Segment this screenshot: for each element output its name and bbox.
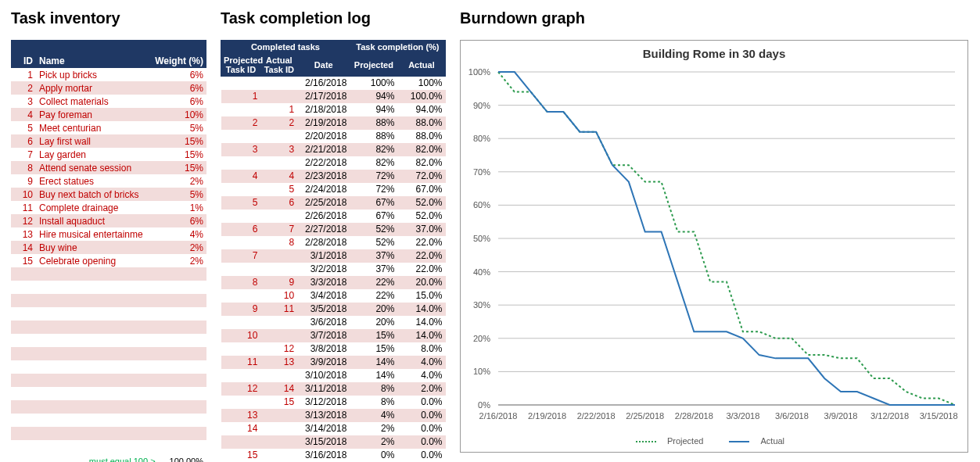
log-head-group-pct: Task completion (%) [350, 41, 445, 54]
log-cell-date: 3/7/2018 [297, 329, 350, 342]
log-cell-pid [221, 183, 261, 196]
inv-cell-weight: 15% [152, 161, 206, 174]
log-cell-aid: 15 [260, 396, 297, 409]
log-cell-projpct: 52% [350, 223, 397, 236]
inv-row: 1Pick up bricks6% [11, 68, 206, 81]
y-tick-label: 70% [473, 167, 490, 177]
inv-row: 8Attend senate session15% [11, 161, 206, 174]
log-cell-date: 3/9/2018 [297, 356, 350, 369]
log-cell-projpct: 20% [350, 316, 397, 329]
inv-cell-name: Pay foreman [36, 108, 152, 121]
x-tick-label: 3/15/2018 [920, 411, 958, 421]
log-cell-projpct: 8% [350, 382, 397, 396]
inv-cell-weight: 2% [152, 174, 206, 188]
inv-cell-name: Install aquaduct [36, 214, 152, 227]
log-cell-aid [260, 435, 297, 449]
log-cell-date: 2/24/2018 [297, 183, 350, 196]
inv-cell-weight: 6% [152, 95, 206, 108]
log-cell-projpct: 52% [350, 236, 397, 249]
inv-cell-weight: 5% [152, 188, 206, 201]
log-cell-date: 2/17/2018 [297, 90, 350, 103]
inv-row: 10Buy next batch of bricks5% [11, 188, 206, 201]
x-tick-label: 3/9/2018 [824, 411, 858, 421]
inv-cell-name: Celebrate opening [36, 254, 152, 267]
log-row: 12143/11/20188%2.0% [221, 382, 446, 396]
log-cell-aid: 7 [260, 223, 297, 236]
log-cell-aid [260, 156, 297, 170]
log-cell-projpct: 37% [350, 263, 397, 276]
y-tick-label: 0% [478, 400, 490, 410]
inv-cell-weight: 4% [152, 227, 206, 241]
inv-cell-name: Complete drainage [36, 201, 152, 214]
log-cell-aid [260, 422, 297, 435]
inv-cell-name: Pick up bricks [36, 68, 152, 81]
log-cell-aid: 11 [260, 303, 297, 316]
log-cell-actpct: 100.0% [397, 90, 445, 103]
log-head-group-tasks: Completed tasks [221, 41, 350, 54]
log-cell-projpct: 100% [350, 77, 397, 90]
log-cell-aid: 4 [260, 170, 297, 183]
log-cell-pid [221, 435, 261, 449]
inv-cell-name: Meet centurian [36, 121, 152, 134]
task-log-title: Task completion log [221, 9, 446, 27]
log-cell-projpct: 88% [350, 130, 397, 143]
inv-row-blank [11, 374, 206, 387]
inv-cell-id: 11 [11, 201, 36, 214]
log-row: 332/21/201882%82.0% [221, 143, 446, 156]
inv-row: 9Erect statues2% [11, 174, 206, 188]
log-head-date: Date [297, 54, 350, 77]
inv-cell-id: 1 [11, 68, 36, 81]
inv-cell-id: 6 [11, 134, 36, 148]
burndown-title-h: Burndown graph [460, 9, 969, 27]
log-cell-pid: 6 [221, 223, 261, 236]
log-cell-date: 2/16/2018 [297, 77, 350, 90]
task-log-section: Task completion log Completed tasks Task… [221, 9, 446, 462]
inv-cell-id: 7 [11, 148, 36, 161]
y-tick-label: 60% [473, 200, 490, 210]
legend-label-actual: Actual [760, 436, 784, 446]
inv-cell-id: 2 [11, 81, 36, 95]
log-cell-aid [260, 90, 297, 103]
log-cell-pid: 10 [221, 329, 261, 342]
inv-row: 7Lay garden15% [11, 148, 206, 161]
log-cell-date: 3/8/2018 [297, 342, 350, 356]
log-cell-actpct: 88.0% [397, 116, 445, 130]
log-cell-projpct: 20% [350, 303, 397, 316]
inv-cell-id: 12 [11, 214, 36, 227]
log-cell-projpct: 2% [350, 422, 397, 435]
log-row: 123/8/201815%8.0% [221, 342, 446, 356]
x-tick-label: 2/19/2018 [528, 411, 566, 421]
log-cell-date: 2/26/2018 [297, 210, 350, 223]
log-row: 52/24/201872%67.0% [221, 183, 446, 196]
log-cell-pid [221, 156, 261, 170]
log-row: 143/14/20182%0.0% [221, 422, 446, 435]
log-cell-date: 3/15/2018 [297, 435, 350, 449]
inv-footer: must equal 100 > 100.00% [11, 453, 206, 462]
log-row: 82/28/201852%22.0% [221, 236, 446, 249]
log-cell-pid: 7 [221, 249, 261, 263]
log-cell-actpct: 4.0% [397, 356, 445, 369]
inv-row-blank [11, 347, 206, 360]
x-tick-label: 2/22/2018 [577, 411, 616, 421]
log-cell-projpct: 8% [350, 396, 397, 409]
log-row: 153/12/20188%0.0% [221, 396, 446, 409]
log-cell-pid [221, 289, 261, 303]
log-row: 3/15/20182%0.0% [221, 435, 446, 449]
log-cell-pid: 3 [221, 143, 261, 156]
log-cell-aid [260, 263, 297, 276]
log-cell-aid [260, 369, 297, 382]
log-cell-date: 3/6/2018 [297, 316, 350, 329]
inv-row-blank [11, 321, 206, 334]
log-cell-aid: 1 [260, 103, 297, 116]
log-cell-date: 3/14/2018 [297, 422, 350, 435]
inv-row-blank [11, 387, 206, 400]
inv-cell-weight: 6% [152, 68, 206, 81]
inv-row-blank [11, 307, 206, 321]
log-cell-projpct: 22% [350, 276, 397, 289]
log-cell-aid [260, 329, 297, 342]
inv-cell-weight: 5% [152, 121, 206, 134]
inv-cell-id: 13 [11, 227, 36, 241]
inv-cell-name: Lay first wall [36, 134, 152, 148]
log-cell-actpct: 67.0% [397, 183, 445, 196]
log-cell-pid: 13 [221, 409, 261, 422]
